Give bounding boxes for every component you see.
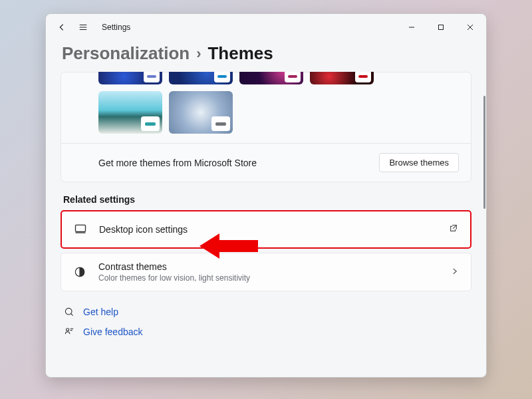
svg-rect-1	[76, 225, 86, 231]
accent-chip-icon	[211, 116, 230, 131]
feedback-label: Give feedback	[83, 327, 143, 337]
row-title: Contrast themes	[98, 261, 250, 272]
give-feedback-link[interactable]: Give feedback	[63, 322, 469, 342]
scrollbar[interactable]	[481, 72, 486, 373]
theme-thumbnail[interactable]	[169, 91, 233, 134]
breadcrumb-parent[interactable]: Personalization	[62, 43, 190, 64]
accent-chip-icon	[355, 72, 371, 82]
theme-thumbnail[interactable]	[239, 72, 303, 84]
themes-panel-footer: Get more themes from Microsoft Store Bro…	[61, 143, 471, 182]
theme-thumbnail[interactable]	[98, 72, 162, 84]
feedback-icon	[63, 326, 75, 338]
accent-chip-icon	[214, 72, 230, 82]
hamburger-icon[interactable]	[78, 22, 88, 33]
contrast-icon	[73, 265, 86, 279]
maximize-button[interactable]	[426, 14, 456, 41]
content-area: Get more themes from Microsoft Store Bro…	[46, 72, 486, 377]
row-subtitle: Color themes for low vision, light sensi…	[98, 273, 250, 283]
contrast-themes-row[interactable]: Contrast themes Color themes for low vis…	[61, 253, 471, 291]
help-links: Get help Give feedback	[63, 302, 469, 342]
theme-thumbnail[interactable]	[310, 72, 374, 84]
accent-chip-icon	[141, 116, 160, 131]
accent-chip-icon	[144, 72, 160, 82]
titlebar: Settings	[46, 14, 486, 41]
desktop-icon-settings-row[interactable]: Desktop icon settings	[61, 210, 471, 249]
themes-panel: Get more themes from Microsoft Store Bro…	[61, 72, 471, 182]
chevron-right-icon	[451, 266, 459, 278]
theme-thumbnail[interactable]	[169, 72, 233, 84]
browse-themes-button[interactable]: Browse themes	[379, 153, 459, 172]
chevron-right-icon: ›	[196, 45, 201, 63]
get-help-link[interactable]: Get help	[63, 302, 469, 322]
open-external-icon	[449, 223, 458, 235]
breadcrumb: Personalization › Themes	[46, 41, 486, 72]
scrollbar-thumb[interactable]	[483, 96, 485, 209]
help-label: Get help	[83, 307, 118, 317]
row-title: Desktop icon settings	[99, 224, 188, 235]
theme-thumbnail[interactable]	[98, 91, 162, 134]
app-title: Settings	[102, 23, 130, 32]
accent-chip-icon	[285, 72, 301, 82]
back-icon[interactable]	[57, 22, 67, 33]
settings-window: Settings Personalization › Themes G	[45, 13, 487, 378]
close-button[interactable]	[456, 14, 485, 41]
breadcrumb-current: Themes	[207, 43, 273, 64]
svg-rect-0	[439, 25, 444, 30]
store-text: Get more themes from Microsoft Store	[73, 158, 257, 168]
minimize-button[interactable]	[397, 14, 426, 41]
svg-point-4	[66, 329, 69, 331]
help-icon	[63, 306, 75, 318]
related-settings-heading: Related settings	[63, 194, 469, 205]
desktop-icon	[74, 223, 87, 236]
